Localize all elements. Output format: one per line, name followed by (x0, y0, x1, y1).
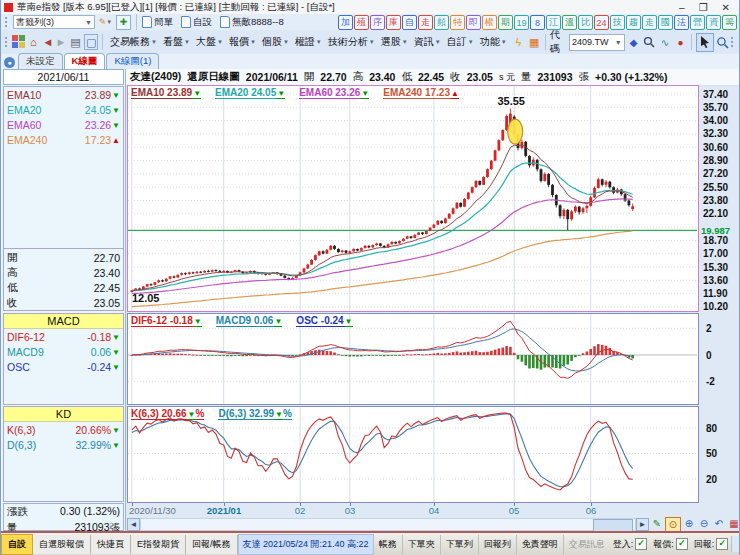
bottom-tab-快捷頁[interactable]: 快捷頁 (91, 535, 131, 554)
quick-icon-技[interactable]: 技 (610, 15, 625, 30)
bottom-tab-E指發期貨[interactable]: E指發期貨 (131, 535, 186, 554)
document-icon (220, 16, 230, 28)
menu-技術分析[interactable]: 技術分析▼ (325, 33, 378, 51)
bottom-check-回報[interactable]: 回報:✓ (691, 538, 732, 551)
bottom-button-下單夾[interactable]: 下單夾 (403, 535, 441, 554)
scroll-thumb[interactable] (593, 519, 633, 532)
bottom-tab-自選股報價[interactable]: 自選股報價 (33, 535, 91, 554)
sidebar-kd-panel: KDK(6,3)20.66%▼D(6,3)32.99%▼ (3, 406, 124, 502)
scroll-left-button[interactable]: ◄ (127, 518, 140, 531)
main-chart[interactable]: 37.4035.7034.0032.3030.6028.9027.2025.50… (127, 85, 740, 312)
quick-icon-即[interactable]: 即 (466, 15, 481, 30)
add-bookmark-icon[interactable]: ✚ (116, 15, 131, 30)
quick-icon-庫[interactable]: 庫 (386, 15, 401, 30)
menu-選股[interactable]: 選股▼ (378, 33, 411, 51)
menu-報價[interactable]: 報價▼ (226, 33, 259, 51)
bottom-tab-回報/帳務[interactable]: 回報/帳務 (186, 535, 238, 554)
menu-個股[interactable]: 個股▼ (259, 33, 292, 51)
quick-icon-加[interactable]: 加 (338, 15, 353, 30)
menu-自訂[interactable]: 自訂▼ (444, 33, 477, 51)
popup-window-icon[interactable]: ▢ (84, 34, 98, 50)
zoom-out-icon[interactable]: ⊖ (697, 517, 711, 530)
quick-icon-趨[interactable]: 趨 (626, 15, 641, 30)
bookmark-item-自設[interactable]: 自設 (181, 16, 212, 29)
quick-icon-走[interactable]: 走 (418, 15, 433, 30)
bottom-check-報價[interactable]: 報價:✓ (650, 538, 691, 551)
draw-tool-icon[interactable]: ✎ (650, 517, 664, 530)
home-icon[interactable]: ⌂ (27, 34, 41, 50)
search-icon[interactable] (642, 34, 656, 50)
bottom-button-下單列[interactable]: 下單列 (441, 535, 479, 554)
main-chart-legend: EMA10 23.89▼EMA20 24.05▼EMA60 23.26▼EMA2… (131, 87, 459, 99)
print-icon[interactable]: ▤ (69, 34, 83, 50)
quick-icon-19[interactable]: 19 (514, 15, 529, 30)
stats-icon[interactable]: ▦ (727, 517, 740, 530)
toolbar-grip2[interactable] (5, 37, 10, 47)
close-button[interactable]: ✕ (722, 2, 730, 13)
bottom-button-免責聲明[interactable]: 免責聲明 (517, 535, 564, 554)
tab-K線圖(1)[interactable]: K線圖(1) (106, 53, 159, 69)
forward-icon[interactable]: ► (55, 34, 66, 50)
menu-交易帳務[interactable]: 交易帳務▼ (107, 33, 160, 51)
bottom-button-回報列[interactable]: 回報列 (479, 535, 517, 554)
menu-功能[interactable]: 功能▼ (477, 33, 510, 51)
scroll-track[interactable] (140, 518, 636, 531)
toolbar-grip[interactable] (5, 17, 10, 27)
tab-未設定[interactable]: 未設定 (18, 53, 63, 69)
checkbox-checked[interactable]: ✓ (676, 538, 688, 550)
bottom-quote-status[interactable]: 友達 2021/05/24 開:21.40 高:22 (238, 534, 374, 555)
checkbox-checked[interactable]: ✓ (635, 538, 647, 550)
zoom-tool-icon[interactable] (716, 34, 730, 50)
bottom-check-登入[interactable]: 登入:✓ (610, 538, 651, 551)
back-icon[interactable]: ◄ (42, 34, 53, 50)
stock-code-input[interactable]: 2409.TW ▼ (569, 34, 625, 51)
undo-icon[interactable]: ↶ (712, 517, 726, 530)
minimize-button[interactable]: – (679, 2, 685, 13)
quick-icon-序[interactable]: 序 (370, 15, 385, 30)
quick-icon-籌[interactable]: 籌 (722, 15, 737, 30)
quick-icon-權[interactable]: 權 (482, 15, 497, 30)
svg-text:28.90: 28.90 (703, 155, 728, 166)
menu-權證[interactable]: 權證▼ (292, 33, 325, 51)
quick-icon-頻[interactable]: 頻 (434, 15, 449, 30)
tab-K線圖[interactable]: K線圖 (64, 53, 106, 69)
bottom-tab-自設[interactable]: 自設 (1, 534, 33, 555)
bottom-button-帳務[interactable]: 帳務 (374, 535, 403, 554)
layout-grid-icon[interactable] (12, 35, 25, 49)
quick-icon-殖[interactable]: 殖 (354, 15, 369, 30)
quick-icon-24[interactable]: 24 (594, 15, 609, 30)
lightning-icon[interactable]: ϟ (512, 34, 526, 50)
maximize-button[interactable]: ❐ (699, 2, 708, 13)
menu-大盤[interactable]: 大盤▼ (193, 33, 226, 51)
bookmark-item-無敵8888--8[interactable]: 無敵8888--8 (220, 16, 284, 29)
time-tool-icon[interactable]: ⊙ (665, 517, 681, 532)
quick-icon-比[interactable]: 比 (578, 15, 593, 30)
quick-icon-資[interactable]: 資 (706, 15, 721, 30)
quick-icon-自[interactable]: 自 (402, 15, 417, 30)
menu-看盤[interactable]: 看盤▼ (160, 33, 193, 51)
quick-icon-營[interactable]: 營 (690, 15, 705, 30)
alert-hand-icon[interactable]: ● (674, 34, 688, 50)
tab-scroll-icon[interactable]: ● (4, 57, 15, 68)
bookmark-list-dropdown[interactable]: 書籤列(3) ▼ (13, 15, 95, 29)
order-pad-icon[interactable]: ▦ (527, 34, 541, 50)
quick-icon-法[interactable]: 法 (674, 15, 689, 30)
quick-icon-8[interactable]: 8 (530, 15, 545, 30)
cursor-tool-icon[interactable] (696, 33, 713, 52)
menu-資訊[interactable]: 資訊▼ (411, 33, 444, 51)
trend-hand-icon[interactable]: ∿ (658, 34, 672, 50)
keyboard-lookup-icon[interactable]: ◆ (627, 34, 641, 50)
quick-icon-走[interactable]: 走 (642, 15, 657, 30)
bookmark-item-簡單[interactable]: 簡單 (142, 16, 173, 29)
scroll-right-button[interactable]: ► (636, 518, 649, 531)
x-axis-label-2021/01: 2021/01 (207, 505, 241, 516)
chart-h-scrollbar[interactable]: ◄ ► ✎⊙⊕⊖↶▦ (127, 517, 740, 531)
quick-icon-期[interactable]: 期 (498, 15, 513, 30)
quick-icon-特[interactable]: 特 (450, 15, 465, 30)
quick-icon-國[interactable]: 國 (658, 15, 673, 30)
checkbox-checked[interactable]: ✓ (716, 538, 728, 550)
edit-bookmark-icon[interactable]: ✎▼ (98, 15, 113, 30)
toolbar-overflow[interactable] (731, 37, 736, 47)
zoom-in-icon[interactable]: ⊕ (682, 517, 696, 530)
kd-chart[interactable]: 805020 (127, 406, 740, 503)
